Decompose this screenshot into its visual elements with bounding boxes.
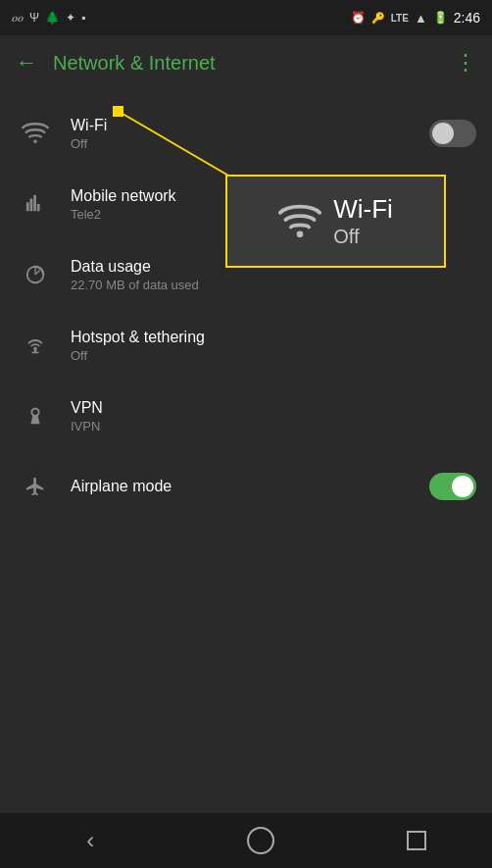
airplane-mode-content: Airplane mode	[55, 478, 429, 495]
nav-home-button[interactable]	[247, 827, 274, 854]
wifi-subtitle: Off	[71, 136, 429, 151]
vpn-content: VPN IVPN	[55, 399, 476, 434]
hotspot-subtitle: Off	[71, 348, 476, 363]
status-left-icons: 𝑜𝑜 Ψ 🌲 ✦ ▪	[12, 11, 85, 25]
mobile-network-item[interactable]: Mobile network Tele2	[0, 169, 492, 239]
nav-recent-button[interactable]	[407, 831, 426, 850]
vpn-subtitle: IVPN	[71, 419, 476, 434]
wifi-toggle[interactable]	[429, 120, 476, 147]
status-notification-icon: 𝑜𝑜	[12, 11, 24, 25]
hotspot-title: Hotspot & tethering	[71, 329, 476, 346]
nav-bar: ‹	[0, 813, 492, 868]
lte-icon: LTE	[391, 13, 409, 24]
settings-list: Wi-Fi Off Mobile network Tele2	[0, 90, 492, 530]
data-usage-subtitle: 22.70 MB of data used	[71, 278, 476, 292]
mobile-network-icon	[16, 193, 55, 215]
hotspot-item[interactable]: Hotspot & tethering Off	[0, 310, 492, 381]
status-bluetooth-icon: ✦	[66, 11, 75, 25]
airplane-icon	[16, 476, 55, 497]
hotspot-icon	[16, 334, 55, 356]
time-display: 2:46	[454, 10, 480, 26]
overflow-menu-button[interactable]: ⋮	[455, 50, 476, 76]
data-usage-item[interactable]: Data usage 22.70 MB of data used	[0, 239, 492, 310]
top-bar: ← Network & Internet ⋮	[0, 35, 492, 90]
airplane-mode-title: Airplane mode	[71, 478, 429, 495]
status-bar: 𝑜𝑜 Ψ 🌲 ✦ ▪ ⏰ 🔑 LTE ▲ 🔋 2:46	[0, 0, 492, 35]
signal-bars-icon: ▲	[415, 11, 427, 26]
wifi-toggle-switch[interactable]	[429, 120, 476, 147]
data-usage-title: Data usage	[71, 258, 476, 276]
mobile-network-content: Mobile network Tele2	[55, 187, 476, 222]
back-button[interactable]: ←	[16, 50, 37, 76]
battery-icon: 🔋	[433, 11, 448, 25]
svg-point-0	[33, 139, 37, 143]
vpn-status-icon: 🔑	[371, 12, 385, 25]
wifi-icon	[16, 120, 55, 147]
vpn-item[interactable]: VPN IVPN	[0, 381, 492, 451]
airplane-toggle-switch[interactable]	[429, 473, 476, 500]
airplane-mode-item[interactable]: Airplane mode	[0, 451, 492, 522]
page-title: Network & Internet	[53, 52, 439, 75]
wifi-toggle-knob	[432, 123, 454, 144]
data-usage-icon	[16, 264, 55, 285]
status-right-icons: ⏰ 🔑 LTE ▲ 🔋 2:46	[351, 10, 480, 26]
wifi-content: Wi-Fi Off	[55, 117, 429, 151]
vpn-title: VPN	[71, 399, 476, 417]
status-sim-icon: ▪	[81, 11, 85, 25]
status-photo-icon: 🌲	[45, 11, 60, 25]
status-vibrate-icon: Ψ	[29, 11, 39, 25]
airplane-toggle-knob	[452, 476, 473, 497]
mobile-network-subtitle: Tele2	[71, 207, 476, 222]
nav-back-button[interactable]: ‹	[66, 821, 115, 860]
alarm-icon: ⏰	[351, 11, 366, 25]
vpn-icon	[16, 405, 55, 427]
airplane-toggle[interactable]	[429, 473, 476, 500]
wifi-item[interactable]: Wi-Fi Off	[0, 98, 492, 169]
wifi-title: Wi-Fi	[71, 117, 429, 134]
hotspot-content: Hotspot & tethering Off	[55, 329, 476, 363]
mobile-network-title: Mobile network	[71, 187, 476, 205]
data-usage-content: Data usage 22.70 MB of data used	[55, 258, 476, 292]
